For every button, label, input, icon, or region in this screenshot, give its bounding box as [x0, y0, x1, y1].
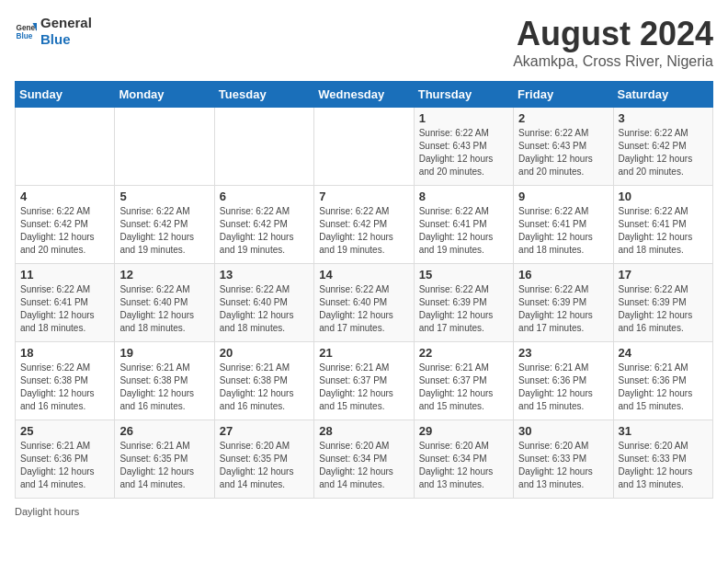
day-number: 21: [319, 346, 408, 360]
calendar-subtitle: Akamkpa, Cross River, Nigeria: [513, 53, 713, 70]
day-number: 20: [220, 346, 309, 360]
calendar-cell: [314, 108, 414, 186]
calendar-cell: 8Sunrise: 6:22 AM Sunset: 6:41 PM Daylig…: [414, 186, 513, 264]
day-info: Sunrise: 6:20 AM Sunset: 6:33 PM Dayligh…: [619, 440, 708, 491]
day-info: Sunrise: 6:22 AM Sunset: 6:42 PM Dayligh…: [20, 205, 109, 257]
day-number: 26: [119, 424, 209, 438]
calendar-cell: 10Sunrise: 6:22 AM Sunset: 6:41 PM Dayli…: [613, 186, 712, 264]
footer-note: Daylight hours: [15, 506, 713, 517]
calendar-week-row: 1Sunrise: 6:22 AM Sunset: 6:43 PM Daylig…: [16, 108, 713, 186]
calendar-cell: 19Sunrise: 6:21 AM Sunset: 6:38 PM Dayli…: [115, 342, 214, 420]
day-number: 17: [619, 268, 708, 282]
day-number: 10: [619, 190, 708, 203]
calendar-cell: 29Sunrise: 6:20 AM Sunset: 6:34 PM Dayli…: [414, 420, 513, 499]
day-info: Sunrise: 6:20 AM Sunset: 6:34 PM Dayligh…: [319, 440, 408, 491]
day-number: 30: [518, 424, 608, 438]
calendar-cell: 12Sunrise: 6:22 AM Sunset: 6:40 PM Dayli…: [115, 264, 214, 342]
day-number: 23: [518, 346, 608, 360]
day-info: Sunrise: 6:22 AM Sunset: 6:43 PM Dayligh…: [419, 127, 508, 178]
day-info: Sunrise: 6:21 AM Sunset: 6:36 PM Dayligh…: [518, 362, 608, 413]
day-info: Sunrise: 6:22 AM Sunset: 6:39 PM Dayligh…: [619, 283, 708, 335]
calendar-cell: 13Sunrise: 6:22 AM Sunset: 6:40 PM Dayli…: [214, 264, 313, 342]
weekday-header: Thursday: [414, 82, 513, 108]
day-info: Sunrise: 6:21 AM Sunset: 6:37 PM Dayligh…: [419, 362, 508, 413]
calendar-cell: 18Sunrise: 6:22 AM Sunset: 6:38 PM Dayli…: [16, 342, 115, 420]
logo-blue-text: Blue: [40, 31, 92, 48]
day-info: Sunrise: 6:20 AM Sunset: 6:34 PM Dayligh…: [419, 440, 508, 491]
day-info: Sunrise: 6:22 AM Sunset: 6:40 PM Dayligh…: [119, 283, 209, 335]
weekday-header: Sunday: [16, 82, 115, 108]
calendar-cell: [115, 108, 214, 186]
day-info: Sunrise: 6:21 AM Sunset: 6:36 PM Dayligh…: [20, 440, 109, 491]
day-number: 14: [319, 268, 408, 282]
day-number: 22: [419, 346, 508, 360]
calendar-week-row: 11Sunrise: 6:22 AM Sunset: 6:41 PM Dayli…: [16, 264, 713, 342]
day-number: 16: [518, 268, 608, 282]
day-info: Sunrise: 6:22 AM Sunset: 6:41 PM Dayligh…: [419, 205, 508, 257]
logo: General Blue General Blue: [15, 15, 92, 48]
day-number: 11: [20, 268, 109, 282]
day-number: 4: [20, 190, 109, 203]
calendar-week-row: 4Sunrise: 6:22 AM Sunset: 6:42 PM Daylig…: [16, 186, 713, 264]
day-info: Sunrise: 6:22 AM Sunset: 6:41 PM Dayligh…: [518, 205, 608, 257]
calendar-week-row: 25Sunrise: 6:21 AM Sunset: 6:36 PM Dayli…: [16, 420, 713, 499]
day-info: Sunrise: 6:21 AM Sunset: 6:38 PM Dayligh…: [220, 362, 309, 413]
calendar-cell: 22Sunrise: 6:21 AM Sunset: 6:37 PM Dayli…: [414, 342, 513, 420]
day-number: 6: [220, 190, 309, 203]
day-number: 13: [220, 268, 309, 282]
day-number: 7: [319, 190, 408, 203]
day-info: Sunrise: 6:22 AM Sunset: 6:41 PM Dayligh…: [619, 205, 708, 257]
calendar-cell: 6Sunrise: 6:22 AM Sunset: 6:42 PM Daylig…: [214, 186, 313, 264]
calendar-title: August 2024: [513, 15, 713, 53]
day-info: Sunrise: 6:22 AM Sunset: 6:43 PM Dayligh…: [518, 127, 608, 178]
weekday-header: Monday: [115, 82, 214, 108]
day-info: Sunrise: 6:22 AM Sunset: 6:42 PM Dayligh…: [220, 205, 309, 257]
calendar-cell: 4Sunrise: 6:22 AM Sunset: 6:42 PM Daylig…: [16, 186, 115, 264]
day-number: 18: [20, 346, 109, 360]
day-info: Sunrise: 6:22 AM Sunset: 6:39 PM Dayligh…: [518, 283, 608, 335]
day-number: 5: [119, 190, 209, 203]
day-number: 24: [619, 346, 708, 360]
day-info: Sunrise: 6:22 AM Sunset: 6:41 PM Dayligh…: [20, 283, 109, 335]
day-info: Sunrise: 6:22 AM Sunset: 6:42 PM Dayligh…: [319, 205, 408, 257]
calendar-cell: 25Sunrise: 6:21 AM Sunset: 6:36 PM Dayli…: [16, 420, 115, 499]
calendar-cell: 17Sunrise: 6:22 AM Sunset: 6:39 PM Dayli…: [613, 264, 712, 342]
calendar-cell: 30Sunrise: 6:20 AM Sunset: 6:33 PM Dayli…: [514, 420, 613, 499]
svg-text:Blue: Blue: [17, 32, 33, 40]
day-info: Sunrise: 6:22 AM Sunset: 6:39 PM Dayligh…: [419, 283, 508, 335]
day-number: 19: [119, 346, 209, 360]
day-info: Sunrise: 6:22 AM Sunset: 6:40 PM Dayligh…: [220, 283, 309, 335]
calendar-cell: 9Sunrise: 6:22 AM Sunset: 6:41 PM Daylig…: [514, 186, 613, 264]
calendar-cell: 27Sunrise: 6:20 AM Sunset: 6:35 PM Dayli…: [214, 420, 313, 499]
calendar-cell: 15Sunrise: 6:22 AM Sunset: 6:39 PM Dayli…: [414, 264, 513, 342]
day-info: Sunrise: 6:21 AM Sunset: 6:38 PM Dayligh…: [119, 362, 209, 413]
weekday-header: Saturday: [613, 82, 712, 108]
calendar-cell: 31Sunrise: 6:20 AM Sunset: 6:33 PM Dayli…: [613, 420, 712, 499]
calendar-cell: 11Sunrise: 6:22 AM Sunset: 6:41 PM Dayli…: [16, 264, 115, 342]
day-number: 31: [619, 424, 708, 438]
calendar-cell: 1Sunrise: 6:22 AM Sunset: 6:43 PM Daylig…: [414, 108, 513, 186]
day-number: 3: [619, 111, 708, 125]
calendar-cell: 20Sunrise: 6:21 AM Sunset: 6:38 PM Dayli…: [214, 342, 313, 420]
day-number: 27: [220, 424, 309, 438]
calendar-cell: 21Sunrise: 6:21 AM Sunset: 6:37 PM Dayli…: [314, 342, 414, 420]
calendar-cell: 23Sunrise: 6:21 AM Sunset: 6:36 PM Dayli…: [514, 342, 613, 420]
weekday-header: Friday: [514, 82, 613, 108]
day-number: 29: [419, 424, 508, 438]
calendar-cell: 26Sunrise: 6:21 AM Sunset: 6:35 PM Dayli…: [115, 420, 214, 499]
day-number: 12: [119, 268, 209, 282]
day-info: Sunrise: 6:22 AM Sunset: 6:42 PM Dayligh…: [619, 127, 708, 178]
day-info: Sunrise: 6:22 AM Sunset: 6:38 PM Dayligh…: [20, 362, 109, 413]
day-info: Sunrise: 6:20 AM Sunset: 6:33 PM Dayligh…: [518, 440, 608, 491]
day-info: Sunrise: 6:21 AM Sunset: 6:36 PM Dayligh…: [619, 362, 708, 413]
day-number: 15: [419, 268, 508, 282]
calendar-cell: 24Sunrise: 6:21 AM Sunset: 6:36 PM Dayli…: [613, 342, 712, 420]
calendar-cell: 7Sunrise: 6:22 AM Sunset: 6:42 PM Daylig…: [314, 186, 414, 264]
calendar-cell: 14Sunrise: 6:22 AM Sunset: 6:40 PM Dayli…: [314, 264, 414, 342]
day-number: 8: [419, 190, 508, 203]
calendar-cell: 2Sunrise: 6:22 AM Sunset: 6:43 PM Daylig…: [514, 108, 613, 186]
day-info: Sunrise: 6:22 AM Sunset: 6:40 PM Dayligh…: [319, 283, 408, 335]
calendar-cell: 3Sunrise: 6:22 AM Sunset: 6:42 PM Daylig…: [613, 108, 712, 186]
day-info: Sunrise: 6:21 AM Sunset: 6:35 PM Dayligh…: [119, 440, 209, 491]
calendar-cell: 5Sunrise: 6:22 AM Sunset: 6:42 PM Daylig…: [115, 186, 214, 264]
